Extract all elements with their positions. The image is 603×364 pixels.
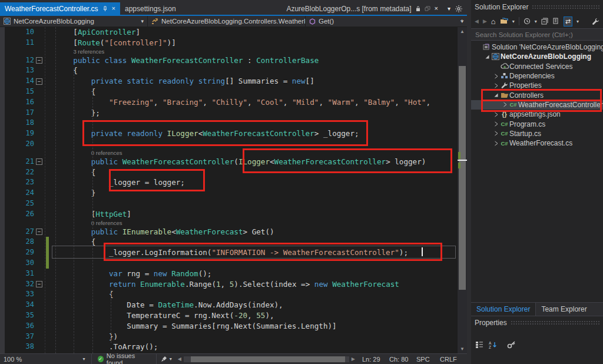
breakpoint-margin[interactable] <box>0 27 5 353</box>
member-dropdown[interactable]: Get() ▾ <box>306 16 467 27</box>
collapsed-arrow-icon[interactable] <box>492 131 499 136</box>
fold-collapse-icon[interactable]: − <box>36 229 42 235</box>
tree-item-dependencies[interactable]: Dependencies <box>471 71 603 81</box>
type-dropdown[interactable]: NetCoreAzureBlobLogging.Controllers.Weat… <box>148 16 306 27</box>
close-icon[interactable]: × <box>112 5 115 12</box>
tree-item-weatherforecast-cs[interactable]: C#WeatherForecast.cs <box>471 138 603 148</box>
show-all-files-icon[interactable] <box>552 18 559 25</box>
fold-margin <box>34 237 45 247</box>
back-icon[interactable]: ◀ <box>475 18 479 24</box>
dependencies-icon <box>499 72 509 80</box>
line-number: 16 <box>0 97 34 108</box>
change-tracking-margin <box>45 237 51 247</box>
change-tracking-margin <box>45 167 51 178</box>
close-icon[interactable]: × <box>435 5 438 12</box>
change-tracking-margin <box>45 97 51 108</box>
hscrollbar-thumb[interactable] <box>191 356 345 362</box>
health-status[interactable]: No issues found <box>107 352 150 364</box>
tab-label: AzureBlobLoggerOp...s [from metadata] <box>286 5 411 13</box>
switch-views-icon[interactable] <box>500 18 508 25</box>
sync-with-active-document-icon[interactable]: ⇄ <box>564 16 572 27</box>
fold-collapse-icon[interactable]: − <box>36 281 42 287</box>
tree-item-connected-services[interactable]: Connected Services <box>471 62 603 71</box>
codelens-references[interactable]: 3 references <box>51 48 104 55</box>
fold-margin <box>34 150 45 157</box>
open-files-dropdown-icon[interactable]: ▾ <box>448 5 450 12</box>
change-tracking-margin <box>45 352 51 353</box>
change-tracking-margin <box>45 55 51 66</box>
fold-collapse-icon[interactable]: − <box>36 78 42 85</box>
collapse-all-icon[interactable] <box>541 18 548 25</box>
tab-team-explorer[interactable]: Team Explorer <box>536 303 592 316</box>
line-number: 12 <box>0 55 34 66</box>
scrollbar-thumb[interactable] <box>459 66 466 290</box>
panel-title-bar[interactable]: Solution Explorer <box>471 0 603 14</box>
tree-empty-space <box>471 190 603 302</box>
codelens-references[interactable]: 0 references <box>51 150 122 157</box>
tab-appsettings[interactable]: appsettings.json <box>120 2 181 15</box>
project-dropdown[interactable]: NetCoreAzureBlobLogging ▾ <box>0 16 148 27</box>
chevron-down-icon: ▾ <box>83 356 85 362</box>
line-number: 23 <box>0 177 34 188</box>
collapsed-arrow-icon[interactable] <box>492 141 499 146</box>
code-editor[interactable]: 10 [ApiController]11 [Route("[controller… <box>0 27 467 353</box>
editor-bottom-bar: 100 % ▾ ✓ No issues found ▾ ◀ ▶ Ln: 29 C… <box>0 353 467 364</box>
scroll-down-icon[interactable]: ▼ <box>458 346 467 352</box>
tree-item-netcoreazurebloblogging[interactable]: NetCoreAzureBlobLogging <box>471 52 603 61</box>
zoom-selector[interactable]: 100 % ▾ <box>0 356 89 363</box>
fold-margin <box>34 352 45 353</box>
fold-margin <box>34 48 45 55</box>
vertical-scrollbar[interactable]: ▲ ▼ <box>458 27 467 353</box>
tab-solution-explorer[interactable]: Solution Explorer <box>471 303 536 316</box>
tree-item-program-cs[interactable]: C#Program.cs <box>471 119 603 128</box>
code-line: 12− public class WeatherForecastControll… <box>0 55 467 66</box>
fold-collapse-icon[interactable]: − <box>36 158 42 165</box>
horizontal-scrollbar[interactable] <box>184 356 349 362</box>
fold-collapse-icon[interactable]: − <box>36 57 42 64</box>
scroll-up-icon[interactable]: ▲ <box>458 29 467 34</box>
chevron-down-icon[interactable]: ▾ <box>535 19 537 24</box>
change-tracking-margin <box>45 342 51 352</box>
codelens-references[interactable]: 0 references <box>51 220 122 227</box>
solution-explorer-panel: Solution Explorer ◀ ▶ ⌂ ▾ ▾ ⇄ ▾ <box>471 0 603 364</box>
code-cleanup-icon[interactable] <box>161 356 168 362</box>
collapsed-arrow-icon[interactable] <box>492 74 499 79</box>
search-solution-explorer-input[interactable]: Search Solution Explorer (Ctrl+;) <box>471 28 603 41</box>
chevron-down-icon[interactable]: ▾ <box>512 19 515 24</box>
fold-margin <box>34 209 45 220</box>
split-editor-grip[interactable]: ÷ <box>458 17 466 25</box>
collapsed-arrow-icon[interactable] <box>492 83 499 88</box>
categorized-view-icon[interactable] <box>475 341 483 349</box>
properties-wrench-icon[interactable] <box>592 18 599 25</box>
expanded-arrow-icon[interactable] <box>483 54 491 59</box>
property-pages-key-icon[interactable] <box>507 341 516 349</box>
panel-splitter[interactable] <box>467 0 471 364</box>
tab-preview-metadata[interactable]: AzureBlobLoggerOp...s [from metadata] × <box>281 2 443 15</box>
collapsed-arrow-icon[interactable] <box>492 121 499 127</box>
home-icon[interactable]: ⌂ <box>491 17 496 26</box>
code-cleanup-dropdown-icon[interactable]: ▾ <box>170 356 172 362</box>
change-tracking-margin <box>45 150 51 157</box>
properties-panel-title-bar[interactable]: Properties <box>471 316 603 329</box>
hscroll-left-icon[interactable]: ◀ <box>178 356 181 362</box>
line-number: 25 <box>0 198 34 209</box>
keep-open-icon[interactable] <box>425 6 430 11</box>
csharp-icon: C# <box>499 121 509 127</box>
tree-item-solution-netcoreazurebloblogging-1-o[interactable]: Solution 'NetCoreAzureBlobLogging' (1 o <box>471 42 603 52</box>
code-line: 27− public IEnumerable<WeatherForecast> … <box>0 227 467 237</box>
alphabetical-sort-icon[interactable]: AZ <box>489 341 497 349</box>
pending-changes-filter-icon[interactable] <box>524 18 531 25</box>
chevron-down-icon[interactable]: ▾ <box>577 19 579 24</box>
fold-margin <box>34 332 45 342</box>
collapsed-arrow-icon[interactable] <box>492 112 499 117</box>
fold-margin <box>34 289 45 300</box>
tab-weatherforecastcontroller[interactable]: WeatherForecastController.cs × <box>0 2 120 15</box>
forward-icon[interactable]: ▶ <box>483 18 487 24</box>
csharp-icon: C# <box>499 140 509 147</box>
code-line: 11 [Route("[controller]")] <box>0 38 467 48</box>
code-lines: 10 [ApiController]11 [Route("[controller… <box>0 27 467 353</box>
tree-item-startup-cs[interactable]: C#Startup.cs <box>471 129 603 138</box>
gear-icon[interactable] <box>455 5 462 12</box>
pin-icon[interactable] <box>102 6 108 12</box>
hscroll-right-icon[interactable]: ▶ <box>352 356 355 362</box>
